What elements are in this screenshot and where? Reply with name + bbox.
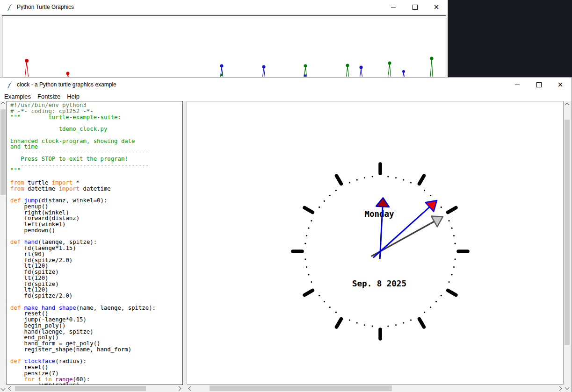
code-hscroll-thumb[interactable] <box>15 386 146 391</box>
code-editor: #!/usr/bin/env python3# -*- coding: cp12… <box>10 102 156 385</box>
scroll-left-icon[interactable] <box>7 385 14 392</box>
front-window-title: clock - a Python turtle graphics example <box>17 81 116 88</box>
stick-figure <box>346 64 349 77</box>
scroll-down-icon[interactable] <box>0 385 6 392</box>
scroll-right-icon[interactable] <box>557 385 563 392</box>
canvas-vertical-scrollbar[interactable] <box>564 101 570 392</box>
stick-figure <box>25 59 29 77</box>
stick-figure <box>430 57 434 77</box>
menu-help[interactable]: Help <box>64 93 83 100</box>
turtle-canvas: Monday Sep. 8 2025 <box>187 101 564 385</box>
scroll-up-icon[interactable] <box>564 102 570 108</box>
menu-examples[interactable]: Examples <box>0 93 34 100</box>
close-icon: × <box>558 81 564 88</box>
python-feather-icon <box>6 3 14 11</box>
scroll-right-icon[interactable] <box>176 385 182 392</box>
minimize-icon <box>391 7 396 7</box>
menubar: Examples Fontsize Help <box>0 92 572 101</box>
clock-drawing: Monday Sep. 8 2025 <box>187 101 563 384</box>
close-icon: × <box>434 4 440 11</box>
code-vertical-scrollbar[interactable] <box>0 101 6 392</box>
code-vscroll-thumb[interactable] <box>0 109 6 195</box>
stick-figure <box>402 70 405 77</box>
menu-fontsize[interactable]: Fontsize <box>34 93 64 100</box>
maximize-icon <box>413 5 418 10</box>
code-text-area[interactable]: #!/usr/bin/env python3# -*- coding: cp12… <box>7 101 183 385</box>
scroll-down-icon[interactable] <box>564 385 570 391</box>
canvas-horizontal-scrollbar[interactable] <box>187 385 564 392</box>
front-window-titlebar[interactable]: clock - a Python turtle graphics example… <box>0 78 572 92</box>
canvas-hscroll-thumb[interactable] <box>210 385 392 391</box>
minimize-icon <box>515 85 520 85</box>
stick-figure <box>262 65 266 77</box>
back-window-title: Python Turtle Graphics <box>17 4 74 10</box>
stick-figure <box>360 66 363 77</box>
front-maximize-button[interactable] <box>528 78 550 92</box>
back-window-titlebar[interactable]: Python Turtle Graphics × <box>0 0 448 14</box>
stick-figure <box>304 64 307 77</box>
date-label: Sep. 8 2025 <box>352 279 406 288</box>
front-close-button[interactable]: × <box>550 78 571 92</box>
maximize-icon <box>536 82 542 87</box>
front-minimize-button[interactable] <box>507 78 528 92</box>
canvas-vscroll-thumb[interactable] <box>565 120 570 345</box>
window-content: #!/usr/bin/env python3# -*- coding: cp12… <box>0 101 572 392</box>
back-minimize-button[interactable] <box>383 0 404 14</box>
stick-figures-drawing <box>2 16 445 77</box>
back-close-button[interactable]: × <box>426 0 447 14</box>
clock-hands <box>371 198 443 259</box>
back-maximize-button[interactable] <box>404 0 426 14</box>
stick-figure <box>388 62 391 77</box>
python-feather-icon <box>6 81 14 88</box>
scroll-left-icon[interactable] <box>188 385 194 392</box>
stick-figure <box>66 72 70 77</box>
code-horizontal-scrollbar[interactable] <box>7 385 183 392</box>
scroll-up-icon[interactable] <box>0 101 6 107</box>
clock-demo-window: clock - a Python turtle graphics example… <box>0 77 572 392</box>
stick-figure <box>220 64 224 77</box>
weekday-label: Monday <box>364 209 394 219</box>
